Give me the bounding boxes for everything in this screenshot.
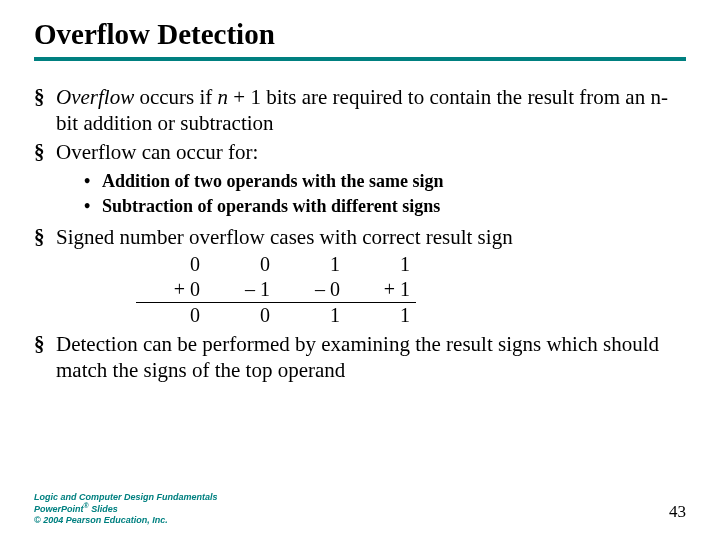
bullet-2: Overflow can occur for: Addition of two … xyxy=(34,140,686,218)
slide-content: Overflow Detection Overflow occurs if n … xyxy=(0,0,720,383)
cases-row-3: 0 0 1 1 xyxy=(136,303,686,328)
bullet-2-sub-b: Subtraction of operands with different s… xyxy=(84,195,686,218)
footer-credit: Logic and Computer Design Fundamentals P… xyxy=(34,492,218,526)
footer-line-2: PowerPoint® Slides xyxy=(34,502,218,515)
footer-line-2a: PowerPoint xyxy=(34,504,84,514)
cases-r2c4: + 1 xyxy=(346,277,416,303)
bullet-1-italic-overflow: Overflow xyxy=(56,85,134,109)
bullet-3-text: Signed number overflow cases with correc… xyxy=(56,225,513,249)
page-number: 43 xyxy=(669,502,686,522)
bullet-2-sublist: Addition of two operands with the same s… xyxy=(84,170,686,219)
cases-r1c4: 1 xyxy=(346,252,416,277)
cases-r2c2: – 1 xyxy=(206,277,276,303)
cases-row-2: + 0 – 1 – 0 + 1 xyxy=(136,277,686,303)
cases-r1c3: 1 xyxy=(276,252,346,277)
bullet-1: Overflow occurs if n + 1 bits are requir… xyxy=(34,85,686,136)
cases-r3c3: 1 xyxy=(276,303,346,328)
bullet-2-text: Overflow can occur for: xyxy=(56,140,258,164)
bullet-3: Signed number overflow cases with correc… xyxy=(34,225,686,329)
cases-row-1: 0 0 1 1 xyxy=(136,252,686,277)
footer-line-1: Logic and Computer Design Fundamentals xyxy=(34,492,218,503)
bullet-4: Detection can be performed by examining … xyxy=(34,332,686,383)
cases-r3c4: 1 xyxy=(346,303,416,328)
bullet-1-text-a: occurs if xyxy=(134,85,217,109)
slide-title: Overflow Detection xyxy=(34,18,686,51)
bullet-2-sub-a: Addition of two operands with the same s… xyxy=(84,170,686,193)
cases-r1c1: 0 xyxy=(136,252,206,277)
cases-r1c2: 0 xyxy=(206,252,276,277)
overflow-cases-table: 0 0 1 1 + 0 – 1 – 0 + 1 0 0 1 1 xyxy=(136,252,686,328)
bullet-1-italic-n: n xyxy=(218,85,229,109)
bullet-list: Overflow occurs if n + 1 bits are requir… xyxy=(34,85,686,383)
footer-line-3: © 2004 Pearson Education, Inc. xyxy=(34,515,218,526)
cases-r3c2: 0 xyxy=(206,303,276,328)
cases-r2c1: + 0 xyxy=(136,277,206,303)
footer-line-2b: Slides xyxy=(89,504,118,514)
cases-r3c1: 0 xyxy=(136,303,206,328)
cases-r2c3: – 0 xyxy=(276,277,346,303)
title-underline xyxy=(34,57,686,61)
